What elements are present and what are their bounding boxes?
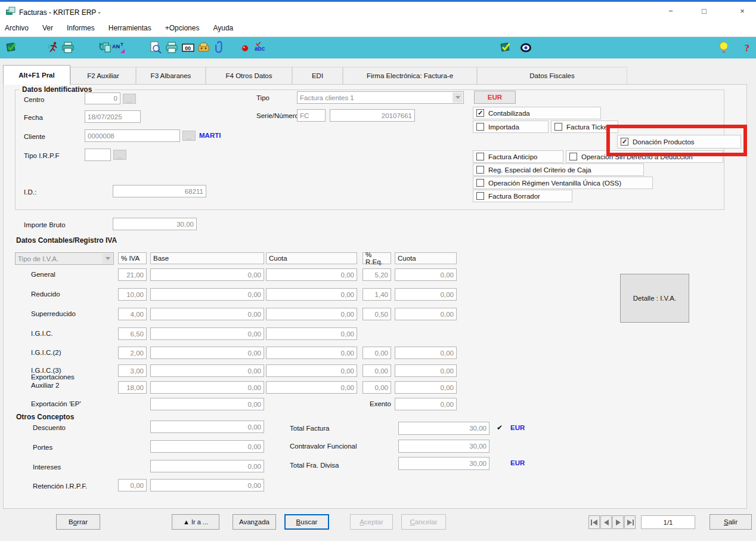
maximize-button[interactable]: □ [690,2,718,20]
checkbox-importada[interactable]: Importada [473,120,549,133]
iva-cuota-field[interactable]: 0,00 [266,381,357,394]
descuento-field[interactable]: 0,00 [150,421,264,433]
print-icon[interactable] [61,41,76,55]
attachment-icon[interactable] [212,41,227,55]
total-divisa-field[interactable]: 30,00 [398,457,489,470]
preview-eye-icon[interactable] [519,41,533,55]
iva-cuota2-field[interactable]: 0,00 [395,347,457,359]
printer-icon[interactable] [165,41,179,55]
avanzada-button[interactable]: Avanzada [233,514,276,530]
iva-cuota-field[interactable]: 0,00 [266,327,357,340]
intereses-field[interactable]: 0,00 [150,460,264,472]
copy-refresh-icon[interactable] [98,41,112,55]
checkbox-box[interactable] [476,109,484,117]
iva-req-field[interactable]: 0,50 [362,308,391,320]
centro-browse-button[interactable]: ... [123,94,136,104]
iva-pct-field[interactable]: 3,00 [118,364,147,377]
centro-field[interactable]: 0 [85,92,120,104]
buscar-button[interactable]: Buscar [284,514,329,530]
nav-last-icon[interactable] [624,515,636,529]
checkbox-box[interactable] [569,153,577,160]
serie-field[interactable]: FC [297,109,326,122]
record-pager[interactable]: 1/1 [641,515,695,529]
exento-field[interactable]: 0,00 [395,398,457,410]
iva-cuota2-field[interactable]: 0,00 [395,268,457,281]
checkbox-box[interactable] [476,179,484,187]
validate-book-icon[interactable] [5,41,19,55]
iva-base-field[interactable]: 0,00 [150,381,264,394]
iva-pct-field[interactable]: 21,00 [118,268,147,281]
checkbox-factura-anticipo[interactable]: Factura Anticipo [473,150,563,163]
nav-previous-icon[interactable] [600,515,612,529]
cliente-field[interactable]: 0000008 [85,129,180,142]
print-preview-icon[interactable] [148,41,163,55]
checkbox-box[interactable] [476,153,484,160]
checkbox-box[interactable] [476,166,484,174]
help-icon[interactable]: ? [741,41,755,55]
cancelar-button[interactable]: Cancelar [401,514,446,530]
moneda-eur-button[interactable]: EUR [474,91,516,104]
iva-cuota-field[interactable]: 0,00 [266,268,357,281]
tipo-iva-combo[interactable]: Tipo de I.V.A. [15,252,114,265]
checkbox-box[interactable] [476,123,484,131]
iva-req-field[interactable]: 0,00 [362,364,391,377]
nav-next-icon[interactable] [612,515,624,529]
portes-field[interactable]: 0,00 [150,440,264,453]
counter-00-icon[interactable]: 00 [181,41,196,55]
salir-button[interactable]: Salir [709,514,752,530]
iva-req-field[interactable]: 5,20 [362,268,391,281]
tab-alt-f1-pral[interactable]: Alt+F1 Pral [3,65,70,85]
iva-cuota-field[interactable]: 0,00 [266,308,357,320]
iva-base-field[interactable]: 0,00 [150,288,264,301]
tipo-irpf-field[interactable] [85,149,111,161]
cliente-browse-button[interactable]: ... [182,131,196,141]
menu-ver[interactable]: Ver [42,24,60,32]
menu-archivo[interactable]: Archivo [5,24,35,32]
iva-req-field[interactable]: 0,00 [362,347,391,359]
chevron-down-icon[interactable] [103,254,113,264]
menu-informes[interactable]: Informes [67,24,101,32]
fecha-field[interactable]: 18/07/2025 [85,110,141,123]
checkbox-box[interactable] [554,123,562,131]
borrar-button[interactable]: Borrar [56,514,100,530]
nav-first-icon[interactable] [588,515,600,529]
iva-pct-field[interactable]: 4,00 [118,308,147,320]
phone-directory-icon[interactable] [197,41,211,55]
iva-pct-field[interactable]: 6,50 [118,327,147,340]
menu-herramientas[interactable]: Herramientas [109,24,158,32]
iva-pct-field[interactable]: 18,00 [118,381,147,394]
iva-cuota2-field[interactable]: 0,00 [395,364,457,377]
run-process-icon[interactable] [47,41,61,55]
tab-datos-fiscales[interactable]: Datos Fiscales [477,67,627,84]
iva-base-field[interactable]: 0,00 [150,327,264,340]
iva-req-field[interactable]: 0,00 [362,381,391,394]
retencion-field[interactable]: 0,00 [150,479,264,491]
checkbox-contabilizada[interactable]: Contabilizada [473,107,601,119]
spellcheck-abc-icon[interactable]: abc [254,41,268,55]
tab-f4-otros-datos[interactable]: F4 Otros Datos [206,67,292,84]
minimize-button[interactable]: − [657,2,684,20]
checkbox-criterio-caja[interactable]: Reg. Especial del Criterio de Caja [473,163,644,176]
iva-cuota2-field[interactable]: 0,00 [395,288,457,301]
numero-field[interactable]: 20107661 [330,109,415,122]
checkbox-oss[interactable]: Operación Régimen Ventanilla Única (OSS) [473,177,653,189]
detalle-iva-button[interactable]: Detalle : I.V.A. [620,274,689,323]
iva-base-field[interactable]: 0,00 [150,364,264,377]
tipo-combo[interactable]: Factura clientes 1 [297,91,464,104]
id-field[interactable]: 68211 [113,185,206,197]
iva-cuota2-field[interactable]: 0,00 [395,308,457,320]
sort-alpha-icon[interactable]: ANT [111,41,126,55]
iva-cuota-field[interactable]: 0,00 [266,288,357,301]
tip-bulb-icon[interactable] [717,41,731,55]
record-dot-icon[interactable] [238,41,252,55]
iva-base-field[interactable]: 0,00 [150,347,264,359]
tab-firma-electronica[interactable]: Firma Electrónica: Factura-e [343,67,477,84]
iva-pct-field[interactable]: 10,00 [118,288,147,301]
chevron-down-icon[interactable] [453,92,463,103]
iva-base-field[interactable]: 0,00 [150,308,264,320]
tab-edi[interactable]: EDI [292,67,343,84]
iva-cuota2-field[interactable]: 0,00 [395,381,457,394]
close-button[interactable]: × [729,2,756,20]
iva-req-field[interactable]: 1,40 [362,288,391,301]
iva-cuota-field[interactable]: 0,00 [266,347,357,359]
